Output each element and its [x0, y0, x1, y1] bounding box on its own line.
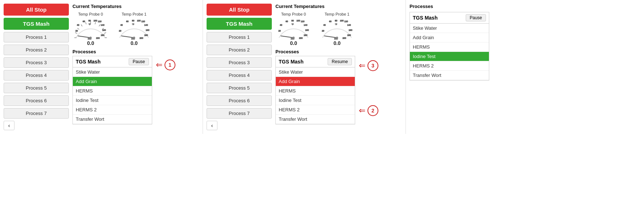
panel1-right: Current Temperatures Temp Probe 0 20 [72, 4, 175, 130]
panel-3: Processes TGS Mash Pause Stike Water Add… [406, 0, 493, 134]
svg-line-2 [75, 33, 77, 33]
gauge-probe1-1: Temp Probe 1 20 40 60 80 100 120 140 [116, 12, 152, 46]
process-btn-2-3[interactable]: Process 3 [207, 57, 272, 68]
probe1-label-1: Temp Probe 1 [122, 12, 146, 16]
process-item-1-iodine[interactable]: Iodine Test [73, 96, 152, 105]
resume-button-2[interactable]: Resume [328, 58, 352, 65]
svg-text:°F: °F [335, 23, 337, 25]
svg-line-8 [86, 22, 86, 24]
all-stop-button-1[interactable]: All Stop [4, 4, 69, 16]
processes-title-2: Processes [275, 49, 378, 54]
process-btn-2-6[interactable]: Process 6 [207, 95, 272, 106]
process-item-1-herms2[interactable]: HERMS 2 [73, 105, 152, 115]
svg-line-23 [78, 36, 91, 38]
panel-2: All Stop TGS Mash Process 1 Process 2 Pr… [203, 0, 406, 134]
process-list-box-1: TGS Mash Pause Stike Water Add Grain HER… [72, 56, 152, 124]
temp-title-2: Current Temperatures [275, 4, 378, 9]
process-item-1-transfer[interactable]: Transfer Wort [73, 115, 152, 124]
annotation-2: ⇐ 2 [359, 105, 378, 116]
svg-text:40: 40 [120, 24, 123, 26]
svg-line-18 [104, 33, 106, 33]
process-item-2-transfer[interactable]: Transfer Wort [276, 115, 355, 124]
main-wrapper: All Stop TGS Mash Process 1 Process 2 Pr… [0, 0, 493, 134]
probe0-label-2: Temp Probe 0 [281, 12, 306, 16]
svg-text:180: 180 [304, 34, 308, 36]
probe1-value-2: 0.0 [333, 40, 340, 46]
process-item-1-herms[interactable]: HERMS [73, 86, 152, 96]
process-item-2-iodine[interactable]: Iodine Test [276, 96, 355, 105]
process-item-1-addgrain[interactable]: Add Grain [73, 77, 152, 86]
all-stop-button-2[interactable]: All Stop [207, 4, 272, 16]
probe1-label-2: Temp Probe 1 [325, 12, 349, 16]
process-btn-1-5[interactable]: Process 5 [4, 83, 69, 93]
temp-section-2: Current Temperatures Temp Probe 0 20 40 … [275, 4, 378, 46]
processes-section-1: Processes TGS Mash Pause Stike Water Add… [72, 49, 175, 124]
annotation-circle-3: 3 [367, 60, 378, 71]
svg-point-66 [336, 37, 338, 39]
probe1-value-1: 0.0 [130, 40, 137, 46]
process-item-3-iodine[interactable]: Iodine Test [410, 52, 489, 61]
chevron-btn-1[interactable]: ‹ [4, 121, 14, 130]
process-list-title-1: TGS Mash [76, 59, 100, 65]
arrow-icon-1: ⇐ [156, 61, 162, 69]
arrow-icon-2: ⇐ [359, 107, 365, 115]
process-list-box-2: TGS Mash Resume Stike Water Add Grain HE… [275, 56, 355, 124]
pause-button-3[interactable]: Pause [466, 14, 486, 21]
chevron-btn-2[interactable]: ‹ [207, 121, 217, 130]
svg-text:°F: °F [88, 23, 91, 25]
processes-title-3: Processes [410, 4, 489, 9]
svg-point-52 [292, 37, 295, 39]
process-btn-2-4[interactable]: Process 4 [207, 70, 272, 81]
process-btn-1-2[interactable]: Process 2 [4, 45, 69, 55]
svg-text:100: 100 [296, 20, 300, 22]
pause-button-1[interactable]: Pause [129, 58, 149, 65]
svg-text:60: 60 [126, 20, 129, 22]
svg-text:40: 40 [280, 24, 282, 26]
process-btn-1-7[interactable]: Process 7 [4, 108, 69, 119]
svg-point-38 [133, 37, 135, 39]
processes-section-2: Processes TGS Mash Resume Stike Water Ad… [275, 49, 378, 124]
process-btn-1-1[interactable]: Process 1 [4, 32, 69, 42]
svg-text:120: 120 [344, 20, 348, 22]
svg-text:60: 60 [329, 20, 332, 22]
svg-line-4 [78, 28, 79, 30]
svg-text:40: 40 [323, 24, 326, 26]
process-item-2-herms2[interactable]: HERMS 2 [276, 105, 355, 115]
process-item-3-transfer[interactable]: Transfer Wort [410, 71, 489, 80]
process-item-2-herms[interactable]: HERMS [276, 86, 355, 96]
svg-point-24 [90, 37, 92, 39]
process-btn-1-6[interactable]: Process 6 [4, 95, 69, 106]
process-item-3-stike[interactable]: Stike Water [410, 24, 489, 33]
svg-text:140: 140 [101, 24, 105, 26]
gauge-svg-probe0-1: 20 40 60 80 100 120 [72, 18, 109, 40]
gauge-svg-probe0-2: 20 40 60 80 100 120 140 160 180 200 220 [275, 18, 312, 40]
svg-line-6 [81, 25, 83, 26]
process-btn-2-5[interactable]: Process 5 [207, 83, 272, 93]
process-item-1-stike[interactable]: Stike Water [73, 67, 152, 77]
tgs-mash-button-1[interactable]: TGS Mash [4, 18, 69, 30]
svg-text:80: 80 [335, 20, 337, 22]
process-item-3-herms2[interactable]: HERMS 2 [410, 61, 489, 71]
svg-line-37 [121, 36, 134, 38]
probe0-value-1: 0.0 [87, 40, 94, 46]
svg-text:120: 120 [141, 20, 145, 22]
svg-text:80: 80 [132, 20, 134, 22]
svg-text:20: 20 [119, 30, 121, 32]
tgs-mash-button-2[interactable]: TGS Mash [207, 18, 272, 30]
svg-text:180: 180 [347, 34, 351, 36]
process-item-3-herms[interactable]: HERMS [410, 42, 489, 52]
process-btn-1-3[interactable]: Process 3 [4, 57, 69, 68]
process-item-2-addgrain[interactable]: Add Grain [276, 77, 355, 86]
annotations-2: ⇐ 3 ⇐ 2 [359, 59, 378, 116]
annotation-circle-1: 1 [165, 59, 175, 70]
processes-title-1: Processes [72, 49, 175, 54]
process-btn-2-7[interactable]: Process 7 [207, 108, 272, 119]
iodine-label-2: Iodine Test [279, 98, 302, 103]
process-btn-2-2[interactable]: Process 2 [207, 45, 272, 55]
process-item-2-stike[interactable]: Stike Water [276, 67, 355, 77]
process-btn-2-1[interactable]: Process 1 [207, 32, 272, 42]
process-btn-1-4[interactable]: Process 4 [4, 70, 69, 81]
gauges-row-1: Temp Probe 0 20 40 [72, 12, 175, 46]
process-item-3-addgrain[interactable]: Add Grain [410, 33, 489, 42]
svg-text:140: 140 [347, 24, 351, 26]
